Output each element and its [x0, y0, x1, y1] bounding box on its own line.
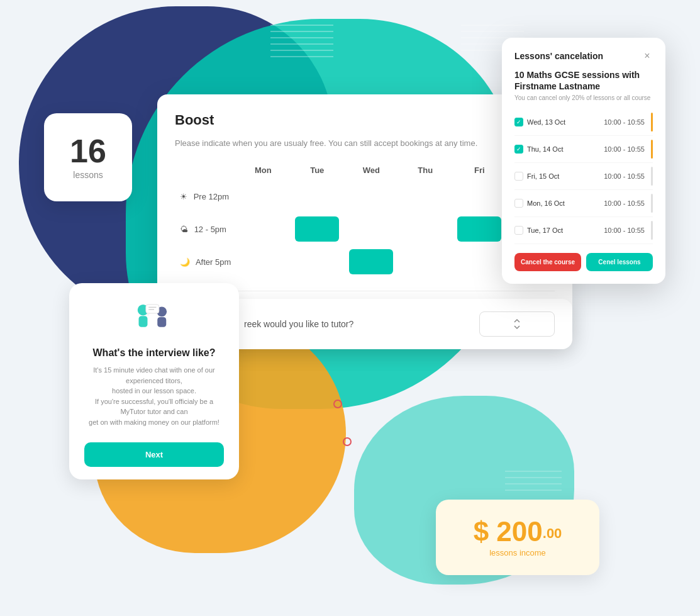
- modal-actions: Cancel the course Cenel lessons: [514, 253, 653, 271]
- lesson-checkbox-5[interactable]: [514, 226, 523, 235]
- income-label: lessons income: [489, 548, 546, 557]
- pre12-icon: ☀: [180, 192, 187, 201]
- cancel-modal: Lessons' cancelation × 10 Maths GCSE ses…: [502, 38, 665, 284]
- cancel-course-button[interactable]: Cancel the course: [514, 253, 581, 271]
- cell-tue-after5[interactable]: [295, 249, 339, 274]
- cell-wed-after5[interactable]: [349, 249, 393, 274]
- modal-sessions-title: 10 Maths GCSE sessions with Firstname La…: [514, 69, 653, 92]
- after5-icon: 🌙: [180, 257, 190, 267]
- interview-title: What's the interview like?: [93, 347, 216, 359]
- interview-card: What's the interview like? It's 15 minut…: [69, 283, 239, 479]
- dot-1: [333, 400, 342, 408]
- cell-thu-after5[interactable]: [403, 249, 447, 274]
- stepper-arrows-icon: [511, 318, 523, 330]
- income-amount: $ 200.00: [474, 518, 562, 546]
- cell-wed-pre12[interactable]: [349, 184, 393, 209]
- pre12-label: Pre 12pm: [194, 192, 229, 201]
- cell-fri-pre12[interactable]: [457, 184, 501, 209]
- deco-lines-1: [264, 19, 340, 69]
- col-fri: Fri: [452, 160, 506, 180]
- lesson-checkbox-3[interactable]: [514, 172, 523, 181]
- lesson-time-5: 10:00 - 10:55: [604, 227, 645, 234]
- lessons-label: lessons: [73, 170, 103, 180]
- col-tue: Tue: [290, 160, 344, 180]
- boost-title: Boost: [175, 112, 555, 128]
- lesson-date-5: Tue, 17 Oct: [527, 227, 563, 234]
- lesson-row: Thu, 14 Oct 10:00 - 10:55: [514, 136, 653, 163]
- lesson-date-2: Thu, 14 Oct: [527, 145, 563, 153]
- modal-header: Lessons' cancelation ×: [514, 50, 653, 62]
- cell-wed-12to5[interactable]: [349, 216, 393, 242]
- svg-marker-22: [147, 313, 150, 316]
- interview-desc: It's 15 minute video chat with one of ou…: [84, 365, 224, 427]
- lesson-date-1: Wed, 13 Oct: [527, 118, 565, 126]
- lesson-row: Fri, 15 Oct 10:00 - 10:55: [514, 163, 653, 190]
- cell-fri-after5[interactable]: [457, 249, 501, 274]
- lesson-checkbox-2[interactable]: [514, 145, 523, 154]
- time-indicator-1: [651, 113, 653, 132]
- 12to5-label: 12 - 5pm: [194, 225, 226, 234]
- lessons-number: 16: [70, 135, 106, 167]
- lesson-time-3: 10:00 - 10:55: [604, 172, 645, 180]
- cell-tue-12to5[interactable]: [295, 216, 339, 242]
- 12to5-icon: 🌤: [180, 225, 188, 234]
- col-wed: Wed: [344, 160, 398, 180]
- hours-stepper[interactable]: [479, 311, 555, 337]
- income-value: 200: [496, 516, 542, 547]
- hours-panel: reek would you like to tutor?: [226, 299, 572, 349]
- lesson-checkbox-4[interactable]: [514, 199, 523, 208]
- cell-thu-pre12[interactable]: [403, 184, 447, 209]
- lesson-time-1: 10:00 - 10:55: [604, 118, 645, 126]
- svg-rect-16: [139, 316, 148, 327]
- lesson-row: Tue, 17 Oct 10:00 - 10:55: [514, 217, 653, 244]
- time-indicator-2: [651, 140, 653, 159]
- lesson-row: Wed, 13 Oct 10:00 - 10:55: [514, 109, 653, 136]
- boost-subtitle: Please indicate when you are usualy free…: [175, 138, 555, 148]
- after5-label: After 5pm: [196, 257, 231, 267]
- cell-tue-pre12[interactable]: [295, 184, 339, 209]
- cell-mon-after5[interactable]: [241, 249, 285, 274]
- dot-2: [343, 437, 352, 446]
- cell-fri-12to5[interactable]: [457, 216, 501, 242]
- cell-mon-pre12[interactable]: [241, 184, 285, 209]
- next-button[interactable]: Next: [84, 442, 224, 467]
- income-cents: .00: [543, 525, 562, 541]
- cell-thu-12to5[interactable]: [403, 216, 447, 242]
- modal-subtitle: You can cancel only 20% of lessons or al…: [514, 94, 653, 101]
- cenel-lessons-button[interactable]: Cenel lessons: [586, 253, 653, 271]
- svg-rect-19: [146, 305, 159, 313]
- lessons-count-card: 16 lessons: [44, 113, 132, 201]
- lesson-date-3: Fri, 15 Oct: [527, 172, 559, 180]
- income-currency: $: [474, 516, 489, 547]
- hours-label: reek would you like to tutor?: [244, 319, 472, 329]
- time-indicator-3: [651, 167, 653, 186]
- col-thu: Thu: [398, 160, 452, 180]
- col-label: [175, 160, 236, 180]
- income-card: $ 200.00 lessons income: [436, 500, 599, 575]
- close-icon[interactable]: ×: [642, 50, 653, 62]
- lesson-row: Mon, 16 Oct 10:00 - 10:55: [514, 190, 653, 217]
- modal-title: Lessons' cancelation: [514, 51, 603, 61]
- time-indicator-4: [651, 194, 653, 213]
- interview-illustration: [132, 301, 176, 339]
- cell-mon-12to5[interactable]: [241, 216, 285, 242]
- time-indicator-5: [651, 221, 653, 240]
- col-mon: Mon: [236, 160, 290, 180]
- lesson-time-4: 10:00 - 10:55: [604, 199, 645, 207]
- lesson-date-4: Mon, 16 Oct: [527, 199, 565, 207]
- lesson-checkbox-1[interactable]: [514, 118, 523, 126]
- lesson-time-2: 10:00 - 10:55: [604, 145, 645, 153]
- svg-rect-18: [157, 317, 166, 327]
